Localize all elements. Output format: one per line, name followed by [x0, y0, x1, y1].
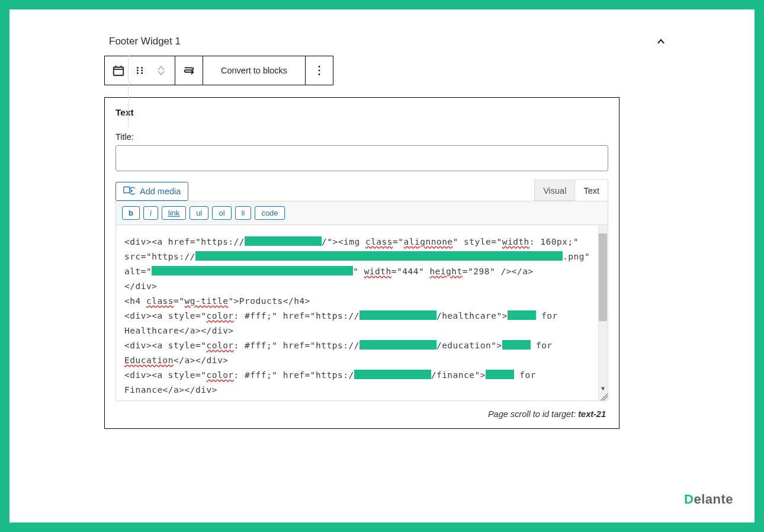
- widget-type-label: Text: [115, 107, 608, 118]
- qt-li[interactable]: li: [235, 206, 252, 220]
- qt-italic[interactable]: i: [143, 206, 158, 220]
- page-scroll-hint: Page scroll to id target: text-21: [115, 401, 608, 422]
- scrollbar[interactable]: ▼: [598, 225, 608, 400]
- svg-point-7: [319, 66, 320, 68]
- svg-rect-0: [114, 68, 124, 76]
- media-icon: [123, 186, 135, 197]
- svg-point-8: [319, 70, 320, 72]
- svg-point-1: [137, 67, 139, 69]
- quicktags-toolbar: b i link ul ol li code: [116, 201, 608, 225]
- svg-point-4: [141, 70, 143, 72]
- convert-to-blocks-button[interactable]: Convert to blocks: [210, 66, 298, 75]
- svg-point-5: [137, 72, 139, 74]
- qt-ul[interactable]: ul: [190, 206, 208, 220]
- add-media-button[interactable]: Add media: [115, 182, 188, 201]
- block-toolbar: Convert to blocks: [104, 56, 333, 85]
- vertical-divider: [128, 56, 129, 127]
- more-options-icon[interactable]: [313, 64, 326, 77]
- resize-grip-icon[interactable]: [598, 392, 608, 400]
- add-media-label: Add media: [140, 187, 181, 196]
- svg-rect-10: [124, 187, 130, 193]
- qt-code[interactable]: code: [255, 206, 284, 220]
- svg-point-2: [141, 67, 143, 69]
- qt-ol[interactable]: ol: [212, 206, 231, 220]
- title-label: Title:: [115, 132, 608, 142]
- tab-visual[interactable]: Visual: [534, 180, 574, 201]
- move-updown-icon[interactable]: [155, 64, 168, 77]
- chevron-up-icon[interactable]: [656, 37, 666, 46]
- legacy-widget-icon[interactable]: [112, 64, 125, 77]
- widget-box: Text Title: Add media Visual Text b i l: [104, 97, 619, 429]
- drag-handle-icon[interactable]: [133, 64, 146, 77]
- qt-link[interactable]: link: [162, 206, 187, 220]
- title-input[interactable]: [115, 145, 608, 171]
- svg-point-9: [319, 73, 320, 75]
- scroll-thumb[interactable]: [599, 233, 607, 321]
- editor-wrap: b i link ul ol li code <div><a href="htt…: [115, 201, 608, 401]
- transform-icon[interactable]: [182, 64, 195, 77]
- svg-point-6: [141, 72, 143, 74]
- svg-point-3: [137, 70, 139, 72]
- delante-logo: Delante: [684, 492, 733, 507]
- tab-text[interactable]: Text: [574, 180, 608, 201]
- editor-tabs: Visual Text: [534, 180, 608, 201]
- section-title: Footer Widget 1: [109, 36, 181, 47]
- code-textarea[interactable]: <div><a href="https:///"><img class="ali…: [116, 225, 608, 400]
- qt-bold[interactable]: b: [122, 206, 140, 220]
- scroll-arrow-down-icon[interactable]: ▼: [598, 384, 608, 392]
